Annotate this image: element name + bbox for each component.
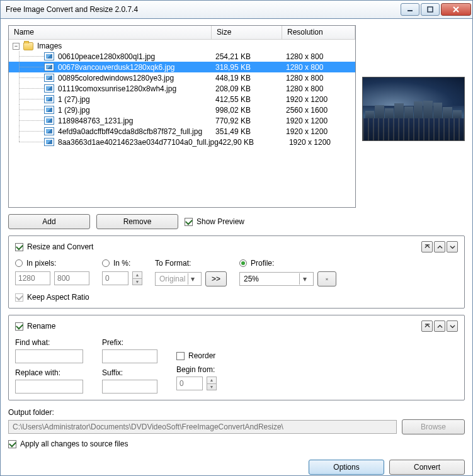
file-row[interactable]: 00610peace1280x800ql1.jpg254,21 KB1280 x… — [9, 51, 355, 62]
rename-checkbox[interactable] — [15, 322, 23, 331]
column-header-resolution[interactable]: Resolution — [282, 26, 355, 39]
find-what-label: Find what: — [15, 338, 83, 347]
apply-all-checkbox[interactable] — [8, 440, 16, 448]
find-what-input[interactable] — [15, 349, 83, 363]
options-button[interactable]: Options — [309, 460, 384, 475]
remove-button[interactable]: Remove — [96, 214, 178, 229]
maximize-button[interactable] — [421, 3, 440, 16]
section-down-button[interactable] — [447, 241, 458, 252]
file-row[interactable]: 00895coloredwindows1280ye3.jpg448,19 KB1… — [9, 72, 355, 83]
file-size: 254,21 KB — [215, 52, 286, 61]
browse-button[interactable]: Browse — [402, 419, 465, 434]
format-select[interactable]: Original ▾ — [155, 272, 202, 286]
format-more-button[interactable]: >> — [205, 271, 227, 286]
file-row[interactable]: 01119comoxsunrise1280x8wh4.jpg208,09 KB1… — [9, 83, 355, 94]
replace-with-input[interactable] — [15, 380, 83, 394]
resize-convert-title: Resize and Convert — [27, 242, 93, 251]
file-size: 770,92 KB — [215, 116, 286, 125]
file-name: 1 (27).jpg — [58, 95, 90, 104]
in-pixels-radio[interactable] — [15, 259, 23, 267]
collapse-toggle-icon[interactable]: − — [13, 43, 20, 50]
svg-rect-1 — [428, 7, 433, 12]
image-file-icon — [44, 106, 54, 114]
file-resolution: 1920 x 1200 — [286, 116, 355, 125]
reorder-checkbox[interactable] — [176, 352, 185, 360]
output-path-input[interactable]: C:\Users\Administrator\Documents\DVDVide… — [8, 420, 397, 434]
folder-icon — [23, 42, 33, 50]
file-size: 412,55 KB — [215, 95, 286, 104]
profile-select[interactable]: 25% ▾ — [239, 272, 314, 286]
width-input[interactable]: 1280 — [15, 271, 50, 285]
section-top-button[interactable] — [421, 320, 433, 332]
percent-input[interactable]: 0 — [102, 271, 128, 285]
image-file-icon — [44, 138, 54, 146]
preview-thumbnail — [362, 77, 465, 141]
percent-stepper[interactable]: ▲▼ — [132, 271, 142, 285]
rename-section: Rename Find what: Replace with: Prefix: … — [8, 315, 465, 400]
file-resolution: 2560 x 1600 — [286, 106, 355, 115]
show-preview-checkbox[interactable] — [185, 218, 193, 226]
profile-radio[interactable] — [239, 259, 247, 267]
column-header-size[interactable]: Size — [212, 26, 282, 39]
close-button[interactable] — [441, 3, 471, 16]
show-preview-label: Show Preview — [197, 217, 244, 226]
image-file-icon — [44, 116, 54, 125]
replace-with-label: Replace with: — [15, 368, 83, 377]
section-top-button[interactable] — [421, 241, 433, 252]
begin-from-stepper[interactable]: ▲▼ — [207, 377, 217, 390]
file-row[interactable]: 1 (27).jpg412,55 KB1920 x 1200 — [9, 94, 355, 105]
file-size: 208,09 KB — [215, 84, 286, 93]
resize-convert-checkbox[interactable] — [15, 243, 23, 251]
image-file-icon — [44, 63, 54, 71]
file-resolution: 1280 x 800 — [286, 52, 355, 61]
prefix-label: Prefix: — [102, 338, 157, 347]
file-resolution: 1280 x 800 — [286, 63, 355, 72]
suffix-input[interactable] — [102, 380, 157, 394]
begin-from-input[interactable]: 0 — [176, 377, 203, 390]
suffix-label: Suffix: — [102, 368, 157, 377]
add-button[interactable]: Add — [8, 214, 90, 229]
section-down-button[interactable] — [447, 320, 458, 332]
file-list-panel: Name Size Resolution − Images 00610peace… — [8, 25, 356, 208]
in-percent-radio[interactable] — [102, 259, 110, 267]
column-header-name[interactable]: Name — [9, 26, 212, 39]
resize-convert-section: Resize and Convert In pixels: 1280 800 — [8, 235, 465, 309]
profile-delete-button[interactable] — [317, 271, 336, 286]
section-up-button[interactable] — [434, 241, 445, 252]
file-row[interactable]: 1 (29).jpg998,02 KB2560 x 1600 — [9, 105, 355, 115]
file-size: 448,19 KB — [215, 74, 286, 82]
file-row[interactable]: 1189848763_1231.jpg770,92 KB1920 x 1200 — [9, 115, 355, 126]
file-resolution: 1280 x 800 — [286, 84, 355, 93]
file-size: 351,49 KB — [215, 127, 286, 136]
file-resolution: 1280 x 800 — [286, 74, 355, 82]
prefix-input[interactable] — [102, 349, 157, 363]
in-percent-label: In %: — [113, 259, 130, 268]
section-up-button[interactable] — [434, 320, 445, 332]
file-row[interactable]: 00678vancouverdusk1280xqk6.jpg318,95 KB1… — [9, 62, 355, 72]
keep-aspect-ratio-checkbox — [15, 293, 23, 302]
minimize-button[interactable] — [401, 3, 419, 16]
image-file-icon — [44, 74, 54, 82]
chevron-down-icon: ▾ — [299, 273, 309, 285]
tree-root-folder[interactable]: − Images — [9, 41, 355, 51]
height-input[interactable]: 800 — [54, 271, 89, 285]
file-name: 00678vancouverdusk1280xqk6.jpg — [58, 63, 174, 72]
image-file-icon — [44, 84, 54, 93]
profile-label: Profile: — [251, 259, 274, 268]
file-row[interactable]: 8aa3663d1ae40214623ae034d77104a0_full.jp… — [9, 137, 355, 147]
convert-button[interactable]: Convert — [389, 460, 465, 475]
image-file-icon — [44, 52, 54, 60]
image-file-icon — [44, 127, 54, 135]
image-file-icon — [44, 95, 54, 103]
file-resolution: 1920 x 1200 — [289, 138, 355, 147]
file-size: 318,95 KB — [215, 63, 286, 72]
chevron-down-icon: ▾ — [188, 273, 197, 285]
output-folder-label: Output folder: — [8, 408, 465, 417]
file-name: 01119comoxsunrise1280x8wh4.jpg — [58, 84, 176, 93]
file-name: 00610peace1280x800ql1.jpg — [58, 52, 155, 61]
file-resolution: 1920 x 1200 — [286, 95, 355, 104]
file-name: 8aa3663d1ae40214623ae034d77104a0_full.jp… — [58, 138, 219, 147]
file-row[interactable]: 4efd9a0adcffbff49cda8d8cfb87f872_full.jp… — [9, 126, 355, 137]
reorder-label: Reorder — [188, 351, 215, 360]
file-name: 4efd9a0adcffbff49cda8d8cfb87f872_full.jp… — [58, 127, 202, 136]
